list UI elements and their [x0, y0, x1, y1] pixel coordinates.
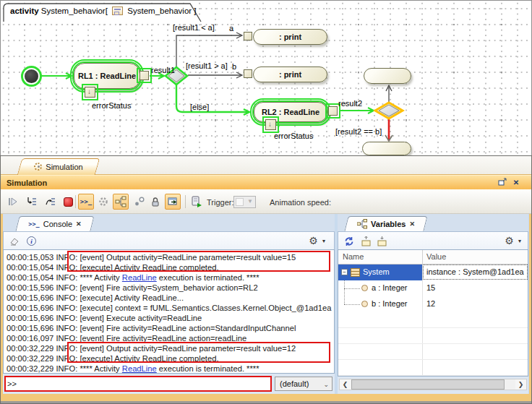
action-unnamed-bottom[interactable] [362, 142, 411, 155]
error-status-pin-rl2[interactable] [265, 119, 276, 130]
empty-row [338, 360, 528, 376]
attribute-icon [361, 285, 368, 291]
column-header-name[interactable]: Name [343, 252, 364, 261]
input-pin-print-b[interactable] [244, 69, 252, 78]
output-pin-result1[interactable] [140, 71, 149, 80]
application-window: activity System_behavior[ System_behavio… [0, 0, 532, 404]
diagram-title: activity System_behavior[ System_behavio… [10, 7, 197, 15]
simulation-title-bar: Simulation ✕ [1, 175, 531, 189]
log-line: 00:00:15,053 INFO: [event] Output activi… [4, 252, 334, 262]
log-message: **** Activity [80, 273, 121, 282]
output-pin-result2[interactable] [328, 106, 338, 116]
console-panel: >>_ Console ✕ i ⚙ ▾ [3, 214, 335, 394]
class-instance-icon [351, 268, 360, 277]
activity-diagram-canvas[interactable]: activity System_behavior[ System_behavio… [0, 0, 532, 156]
trigger-dropdown[interactable]: ▼ [233, 196, 256, 208]
guard-result1-lt-a: [result1 < a] [173, 23, 215, 32]
float-window-icon[interactable] [498, 178, 508, 188]
scrollbar-thumb[interactable] [351, 379, 505, 390]
console-mode-dropdown[interactable]: (default) ⌄ [275, 377, 332, 391]
simulation-window: Simulation Simulation ✕ [0, 155, 532, 404]
action-unnamed-top[interactable] [364, 68, 411, 84]
window-frame-accent [1, 398, 531, 401]
log-timestamp: 00:00:32,229 INFO: [7, 344, 80, 353]
log-message: [execute] context = fUML.Semantics.Class… [80, 304, 331, 312]
readline-link[interactable]: ReadLine [122, 364, 157, 373]
console-log[interactable]: 00:00:15,053 INFO: [event] Output activi… [3, 249, 335, 374]
guard-else: [else] [190, 103, 209, 111]
step-over-button[interactable] [43, 194, 59, 210]
error-status-pin-rl1[interactable] [85, 87, 95, 98]
variable-name: System [363, 267, 390, 276]
collapse-toggle-icon[interactable]: − [341, 269, 348, 275]
action-print-a[interactable]: : print [253, 29, 327, 45]
variables-toggle-button[interactable] [113, 194, 129, 210]
edge-name-b: b [232, 62, 236, 71]
terminate-button[interactable] [60, 194, 76, 210]
variable-name: b : Integer [372, 299, 408, 308]
pin-label-errorstatus-rl2: errorStatus [274, 132, 313, 140]
console-options-button[interactable]: ⚙ [307, 235, 319, 247]
tab-simulation-label: Simulation [46, 163, 82, 171]
breakpoints-button[interactable] [132, 194, 147, 210]
table-row-b[interactable]: b : Integer 12 [338, 296, 528, 312]
diagram-frame-name: System_behavior ] [127, 7, 196, 15]
console-icon: >>_ [80, 198, 92, 205]
action-print-b[interactable]: : print [253, 66, 327, 82]
log-timestamp: 00:00:15,696 INFO: [7, 314, 80, 322]
animation-button[interactable] [95, 194, 111, 210]
close-icon[interactable]: ✕ [511, 178, 521, 188]
scroll-left-arrow[interactable]: ❮ [340, 379, 351, 390]
variables-options-arrow[interactable]: ▾ [516, 235, 523, 247]
table-row-a[interactable]: a : Integer 15 [338, 280, 528, 296]
close-variables-icon[interactable]: ✕ [409, 220, 415, 228]
console-mode-value: (default) [280, 379, 309, 388]
log-line: 00:00:15,596 INFO: [event] Fire activity… [4, 283, 334, 293]
scroll-right-arrow[interactable]: ❯ [515, 379, 526, 390]
variables-options-button[interactable]: ⚙ [503, 235, 515, 247]
chevron-down-icon: ▾ [322, 238, 325, 244]
console-options-arrow[interactable]: ▾ [320, 235, 327, 247]
variables-tab-bar: Variables ✕ [338, 214, 528, 231]
trigger-service-icon[interactable] [188, 194, 204, 210]
log-line: 00:00:15,696 INFO: [event] Fire activity… [4, 323, 334, 333]
pin-label-result2: result2 [338, 99, 362, 108]
tab-simulation[interactable]: Simulation [20, 158, 98, 175]
tab-variables[interactable]: Variables ✕ [346, 216, 426, 231]
readline-link[interactable]: ReadLine [122, 273, 157, 282]
tab-console-label: Console [43, 220, 72, 228]
info-button[interactable]: i [25, 235, 38, 247]
lock-button[interactable] [147, 194, 163, 210]
collapse-all-button[interactable] [376, 235, 388, 247]
clear-console-button[interactable] [8, 235, 20, 247]
log-line: 00:00:15,054 INFO: **** Activity ReadLin… [4, 272, 334, 283]
pin-label-errorstatus-rl1: errorStatus [92, 101, 131, 110]
log-message: [event] Fire activity=System_behavior ac… [80, 283, 257, 292]
log-line: 00:00:15,696 INFO: [execute] Activity Re… [4, 293, 334, 303]
open-diagram-button[interactable] [165, 194, 181, 210]
input-pin-print-a[interactable] [244, 32, 252, 40]
log-message: [execute] Activity ReadLine completed. [80, 354, 218, 363]
chevron-down-icon: ▾ [518, 238, 521, 244]
attribute-icon [361, 301, 368, 307]
console-toggle-button[interactable]: >>_ [78, 194, 94, 210]
column-header-value[interactable]: Value [426, 252, 446, 261]
initial-node[interactable] [25, 69, 38, 83]
log-timestamp: 00:00:15,054 INFO: [7, 273, 80, 282]
activity-diagram-icon [112, 7, 123, 15]
step-into-button[interactable] [24, 194, 40, 210]
close-console-icon[interactable]: ✕ [76, 220, 82, 228]
action-rl1[interactable]: RL1 : ReadLine [74, 63, 140, 89]
window-title: Simulation [7, 179, 47, 187]
log-timestamp: 00:00:16,097 INFO: [7, 334, 80, 343]
log-line: 00:00:16,097 INFO: [event] Fire activity… [4, 333, 334, 343]
log-line: 00:00:15,054 INFO: [execute] Activity Re… [4, 262, 334, 272]
console-tab-bar: >>_ Console ✕ [3, 214, 335, 231]
refresh-button[interactable] [343, 235, 355, 247]
table-row-system[interactable]: − System instance : System@1ad1ea [338, 265, 528, 280]
expand-all-button[interactable] [360, 235, 372, 247]
horizontal-scrollbar[interactable]: ❮ ❯ [339, 379, 527, 390]
tab-console[interactable]: >>_ Console ✕ [17, 216, 93, 231]
resume-button[interactable] [5, 194, 21, 210]
console-input[interactable] [7, 378, 267, 390]
